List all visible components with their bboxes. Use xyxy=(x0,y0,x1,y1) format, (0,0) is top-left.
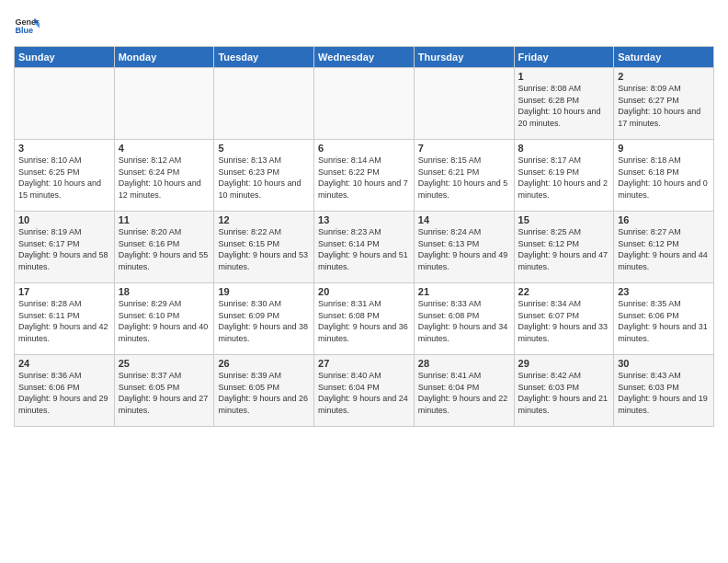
day-info: Sunrise: 8:30 AM Sunset: 6:09 PM Dayligh… xyxy=(218,298,310,344)
day-info: Sunrise: 8:43 AM Sunset: 6:03 PM Dayligh… xyxy=(618,370,710,416)
day-number: 21 xyxy=(418,286,510,297)
weekday-tuesday: Tuesday xyxy=(214,47,314,68)
day-number: 14 xyxy=(418,214,510,225)
day-number: 24 xyxy=(18,358,110,369)
logo: General Blue xyxy=(14,13,43,39)
week-row-2: 10Sunrise: 8:19 AM Sunset: 6:17 PM Dayli… xyxy=(15,212,714,283)
day-number: 23 xyxy=(618,286,710,297)
day-number: 11 xyxy=(119,214,210,225)
calendar-cell xyxy=(114,68,214,140)
day-number: 5 xyxy=(218,143,310,154)
weekday-thursday: Thursday xyxy=(414,47,514,68)
day-info: Sunrise: 8:22 AM Sunset: 6:15 PM Dayligh… xyxy=(218,226,310,272)
day-info: Sunrise: 8:23 AM Sunset: 6:14 PM Dayligh… xyxy=(318,226,410,272)
day-number: 9 xyxy=(618,143,710,154)
day-number: 17 xyxy=(18,286,110,297)
header: General Blue xyxy=(14,9,714,39)
week-row-0: 1Sunrise: 8:08 AM Sunset: 6:28 PM Daylig… xyxy=(15,68,714,140)
weekday-header-row: SundayMondayTuesdayWednesdayThursdayFrid… xyxy=(15,47,714,68)
day-info: Sunrise: 8:18 AM Sunset: 6:18 PM Dayligh… xyxy=(618,155,710,201)
calendar-cell: 27Sunrise: 8:40 AM Sunset: 6:04 PM Dayli… xyxy=(314,355,415,427)
calendar-cell: 3Sunrise: 8:10 AM Sunset: 6:25 PM Daylig… xyxy=(15,140,115,212)
day-info: Sunrise: 8:15 AM Sunset: 6:21 PM Dayligh… xyxy=(418,155,510,201)
day-info: Sunrise: 8:37 AM Sunset: 6:05 PM Dayligh… xyxy=(119,370,210,416)
week-row-3: 17Sunrise: 8:28 AM Sunset: 6:11 PM Dayli… xyxy=(15,283,714,355)
logo-icon: General Blue xyxy=(14,13,40,39)
day-info: Sunrise: 8:42 AM Sunset: 6:03 PM Dayligh… xyxy=(518,370,610,416)
calendar-cell: 28Sunrise: 8:41 AM Sunset: 6:04 PM Dayli… xyxy=(414,355,514,427)
day-info: Sunrise: 8:13 AM Sunset: 6:23 PM Dayligh… xyxy=(218,155,310,201)
page-container: General Blue SundayMondayTuesdayWednesda… xyxy=(0,0,728,436)
calendar-cell: 29Sunrise: 8:42 AM Sunset: 6:03 PM Dayli… xyxy=(514,355,614,427)
day-info: Sunrise: 8:09 AM Sunset: 6:27 PM Dayligh… xyxy=(618,83,710,129)
calendar-cell: 18Sunrise: 8:29 AM Sunset: 6:10 PM Dayli… xyxy=(114,283,214,355)
calendar-cell: 23Sunrise: 8:35 AM Sunset: 6:06 PM Dayli… xyxy=(614,283,714,355)
day-info: Sunrise: 8:10 AM Sunset: 6:25 PM Dayligh… xyxy=(18,155,110,201)
calendar-cell: 25Sunrise: 8:37 AM Sunset: 6:05 PM Dayli… xyxy=(114,355,214,427)
calendar-cell xyxy=(214,68,314,140)
calendar-cell: 4Sunrise: 8:12 AM Sunset: 6:24 PM Daylig… xyxy=(114,140,214,212)
weekday-sunday: Sunday xyxy=(15,47,115,68)
calendar-cell: 22Sunrise: 8:34 AM Sunset: 6:07 PM Dayli… xyxy=(514,283,614,355)
day-number: 10 xyxy=(18,214,110,225)
calendar-body: 1Sunrise: 8:08 AM Sunset: 6:28 PM Daylig… xyxy=(15,68,714,427)
calendar-cell: 9Sunrise: 8:18 AM Sunset: 6:18 PM Daylig… xyxy=(614,140,714,212)
day-info: Sunrise: 8:40 AM Sunset: 6:04 PM Dayligh… xyxy=(318,370,410,416)
day-number: 6 xyxy=(318,143,410,154)
day-info: Sunrise: 8:17 AM Sunset: 6:19 PM Dayligh… xyxy=(518,155,610,201)
day-number: 15 xyxy=(518,214,610,225)
day-info: Sunrise: 8:27 AM Sunset: 6:12 PM Dayligh… xyxy=(618,226,710,272)
calendar-cell: 10Sunrise: 8:19 AM Sunset: 6:17 PM Dayli… xyxy=(15,212,115,283)
calendar-cell xyxy=(15,68,115,140)
day-number: 2 xyxy=(618,71,710,82)
calendar-cell: 12Sunrise: 8:22 AM Sunset: 6:15 PM Dayli… xyxy=(214,212,314,283)
calendar-cell: 24Sunrise: 8:36 AM Sunset: 6:06 PM Dayli… xyxy=(15,355,115,427)
day-info: Sunrise: 8:31 AM Sunset: 6:08 PM Dayligh… xyxy=(318,298,410,344)
calendar-cell: 7Sunrise: 8:15 AM Sunset: 6:21 PM Daylig… xyxy=(414,140,514,212)
calendar-cell: 11Sunrise: 8:20 AM Sunset: 6:16 PM Dayli… xyxy=(114,212,214,283)
day-number: 30 xyxy=(618,358,710,369)
day-number: 12 xyxy=(218,214,310,225)
calendar-cell xyxy=(314,68,415,140)
calendar-cell: 1Sunrise: 8:08 AM Sunset: 6:28 PM Daylig… xyxy=(514,68,614,140)
day-number: 13 xyxy=(318,214,410,225)
week-row-4: 24Sunrise: 8:36 AM Sunset: 6:06 PM Dayli… xyxy=(15,355,714,427)
day-info: Sunrise: 8:14 AM Sunset: 6:22 PM Dayligh… xyxy=(318,155,410,201)
day-info: Sunrise: 8:36 AM Sunset: 6:06 PM Dayligh… xyxy=(18,370,110,416)
calendar-cell: 19Sunrise: 8:30 AM Sunset: 6:09 PM Dayli… xyxy=(214,283,314,355)
day-info: Sunrise: 8:39 AM Sunset: 6:05 PM Dayligh… xyxy=(218,370,310,416)
day-info: Sunrise: 8:20 AM Sunset: 6:16 PM Dayligh… xyxy=(119,226,210,272)
day-info: Sunrise: 8:28 AM Sunset: 6:11 PM Dayligh… xyxy=(18,298,110,344)
day-number: 4 xyxy=(119,143,210,154)
day-info: Sunrise: 8:12 AM Sunset: 6:24 PM Dayligh… xyxy=(119,155,210,201)
calendar-cell: 6Sunrise: 8:14 AM Sunset: 6:22 PM Daylig… xyxy=(314,140,415,212)
weekday-friday: Friday xyxy=(514,47,614,68)
day-number: 18 xyxy=(119,286,210,297)
day-info: Sunrise: 8:41 AM Sunset: 6:04 PM Dayligh… xyxy=(418,370,510,416)
day-number: 28 xyxy=(418,358,510,369)
calendar-table: SundayMondayTuesdayWednesdayThursdayFrid… xyxy=(14,46,714,427)
calendar-cell: 8Sunrise: 8:17 AM Sunset: 6:19 PM Daylig… xyxy=(514,140,614,212)
day-number: 26 xyxy=(218,358,310,369)
day-info: Sunrise: 8:19 AM Sunset: 6:17 PM Dayligh… xyxy=(18,226,110,272)
calendar-cell: 30Sunrise: 8:43 AM Sunset: 6:03 PM Dayli… xyxy=(614,355,714,427)
day-number: 7 xyxy=(418,143,510,154)
day-number: 29 xyxy=(518,358,610,369)
weekday-wednesday: Wednesday xyxy=(314,47,415,68)
day-number: 22 xyxy=(518,286,610,297)
day-number: 3 xyxy=(18,143,110,154)
day-number: 8 xyxy=(518,143,610,154)
calendar-cell: 14Sunrise: 8:24 AM Sunset: 6:13 PM Dayli… xyxy=(414,212,514,283)
calendar-cell: 15Sunrise: 8:25 AM Sunset: 6:12 PM Dayli… xyxy=(514,212,614,283)
calendar-cell: 20Sunrise: 8:31 AM Sunset: 6:08 PM Dayli… xyxy=(314,283,415,355)
week-row-1: 3Sunrise: 8:10 AM Sunset: 6:25 PM Daylig… xyxy=(15,140,714,212)
day-number: 20 xyxy=(318,286,410,297)
day-info: Sunrise: 8:29 AM Sunset: 6:10 PM Dayligh… xyxy=(119,298,210,344)
day-number: 25 xyxy=(119,358,210,369)
svg-text:Blue: Blue xyxy=(15,26,33,35)
day-number: 27 xyxy=(318,358,410,369)
weekday-monday: Monday xyxy=(114,47,214,68)
calendar-cell: 26Sunrise: 8:39 AM Sunset: 6:05 PM Dayli… xyxy=(214,355,314,427)
day-number: 19 xyxy=(218,286,310,297)
calendar-cell: 13Sunrise: 8:23 AM Sunset: 6:14 PM Dayli… xyxy=(314,212,415,283)
